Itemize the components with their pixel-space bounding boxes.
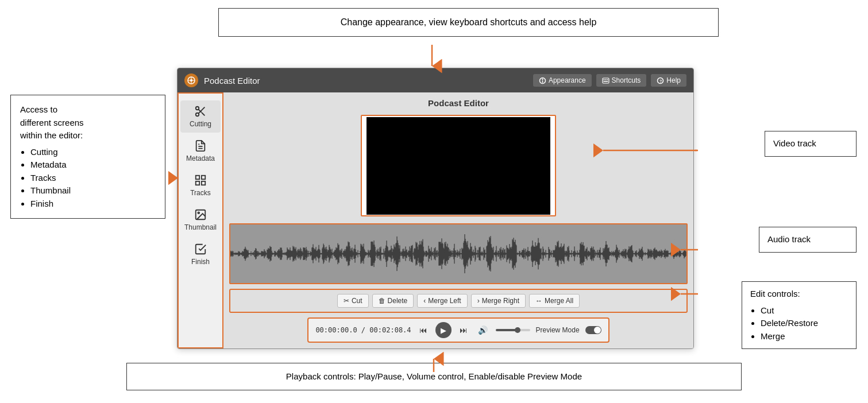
left-item-tracks: Tracks: [30, 172, 156, 185]
merge-left-button[interactable]: ‹ Merge Left: [417, 294, 467, 308]
svg-rect-24: [202, 181, 205, 185]
app-icon: [184, 73, 198, 87]
left-annotation: Access todifferent screenswithin the edi…: [10, 95, 165, 219]
svg-point-27: [198, 212, 199, 214]
sidebar-item-finish[interactable]: Finish: [180, 238, 221, 270]
volume-knob: [515, 327, 520, 333]
sidebar-item-metadata[interactable]: Metadata: [180, 135, 221, 167]
sidebar-item-tracks[interactable]: Tracks: [180, 169, 221, 202]
svg-text:?: ?: [659, 79, 662, 83]
audio-track: [229, 223, 688, 284]
sidebar-item-thumbnail[interactable]: Thumbnail: [180, 204, 221, 236]
edit-controls-wrapper: ✂ Cut 🗑 Delete ‹ Merge Left › Merge Righ…: [229, 289, 688, 313]
title-bar: Podcast Editor Appearance Shortcuts ? He…: [178, 68, 693, 92]
finish-label: Finish: [191, 258, 210, 266]
toggle-knob: [594, 327, 601, 334]
bottom-annotation: Playback controls: Play/Pause, Volume co…: [126, 363, 742, 391]
volume-slider[interactable]: [496, 329, 530, 331]
left-annotation-heading: Access todifferent screenswithin the edi…: [20, 104, 84, 140]
cutting-label: Cutting: [190, 120, 211, 128]
shortcuts-button[interactable]: Shortcuts: [596, 74, 647, 87]
top-annotation-text: Change appearance, view keyboard shortcu…: [341, 17, 597, 27]
svg-rect-9: [605, 79, 606, 80]
tracks-label: Tracks: [190, 189, 211, 197]
edit-controls-annotation: Edit controls: Cut Delete/Restore Merge: [742, 281, 857, 349]
svg-line-17: [202, 113, 205, 115]
svg-rect-25: [196, 181, 199, 185]
playback-controls: 00:00:00.0 / 00:02:08.4 ⏮ ▶ ⏭ 🔊 Preview …: [307, 317, 609, 343]
cut-button[interactable]: ✂ Cut: [337, 294, 369, 308]
title-bar-right: Appearance Shortcuts ? Help: [533, 74, 686, 87]
shortcuts-label: Shortcuts: [612, 76, 641, 84]
volume-button[interactable]: 🔊: [476, 324, 490, 336]
waveform: [230, 224, 686, 283]
help-label: Help: [666, 76, 681, 84]
appearance-label: Appearance: [549, 76, 586, 84]
sidebar: Cutting Metadata Tracks: [178, 92, 223, 348]
video-track-label: Video track: [773, 138, 816, 148]
skip-forward-button[interactable]: ⏭: [457, 324, 470, 336]
edit-controls-heading: Edit controls:: [750, 289, 800, 299]
app-title: Podcast Editor: [204, 76, 260, 86]
skip-back-button[interactable]: ⏮: [417, 324, 430, 336]
video-track: [361, 115, 556, 216]
preview-mode-toggle[interactable]: [585, 326, 601, 334]
metadata-label: Metadata: [186, 154, 215, 162]
bottom-annotation-text: Playback controls: Play/Pause, Volume co…: [286, 371, 582, 381]
svg-point-15: [196, 113, 199, 117]
delete-button[interactable]: 🗑 Delete: [372, 294, 414, 308]
svg-rect-8: [603, 79, 604, 80]
left-item-cutting: Cutting: [30, 146, 156, 159]
svg-rect-7: [603, 78, 609, 83]
svg-rect-11: [603, 81, 608, 82]
svg-rect-23: [202, 176, 205, 179]
title-bar-left: Podcast Editor: [184, 73, 260, 87]
editor-content: Cutting Metadata Tracks: [178, 92, 693, 348]
left-item-thumbnail: Thumbnail: [30, 184, 156, 197]
svg-rect-10: [607, 79, 608, 80]
left-item-metadata: Metadata: [30, 158, 156, 172]
merge-all-button[interactable]: ↔ Merge All: [529, 294, 580, 308]
video-track-annotation: Video track: [765, 131, 857, 157]
left-item-finish: Finish: [30, 197, 156, 211]
appearance-button[interactable]: Appearance: [533, 74, 592, 87]
edit-item-merge: Merge: [761, 330, 848, 343]
edit-item-delete: Delete/Restore: [761, 317, 848, 330]
sidebar-item-cutting[interactable]: Cutting: [180, 100, 221, 133]
editor-window: Podcast Editor Appearance Shortcuts ? He…: [177, 68, 694, 349]
help-button[interactable]: ? Help: [651, 74, 686, 87]
edit-item-cut: Cut: [761, 304, 848, 317]
top-annotation: Change appearance, view keyboard shortcu…: [218, 8, 719, 37]
time-display: 00:00:00.0 / 00:02:08.4: [315, 326, 411, 334]
thumbnail-label: Thumbnail: [184, 223, 217, 231]
svg-point-5: [542, 78, 543, 79]
play-button[interactable]: ▶: [435, 322, 452, 338]
preview-mode-label: Preview Mode: [536, 326, 580, 334]
audio-track-label: Audio track: [767, 234, 811, 244]
merge-right-button[interactable]: › Merge Right: [471, 294, 526, 308]
edit-controls: ✂ Cut 🗑 Delete ‹ Merge Left › Merge Righ…: [232, 292, 685, 310]
svg-rect-22: [196, 176, 199, 179]
main-area: Podcast Editor ✂ Cut 🗑 Delete ‹ Merge Le…: [223, 92, 693, 348]
video-preview: [367, 117, 550, 215]
audio-track-annotation: Audio track: [759, 227, 857, 253]
content-title: Podcast Editor: [229, 98, 688, 108]
